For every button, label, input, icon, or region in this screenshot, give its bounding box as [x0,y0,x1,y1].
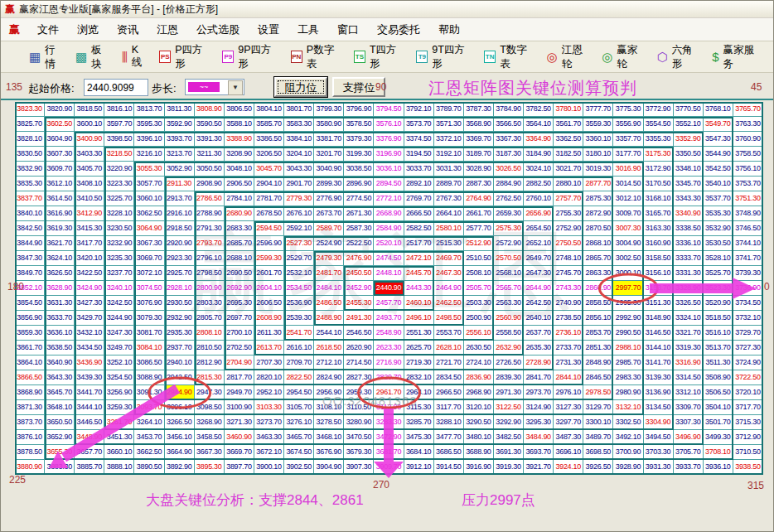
grid-cell: 3400.90 [75,132,104,147]
grid-cell: 3096.10 [165,400,195,415]
grid-cell: 3002.50 [613,251,643,266]
grid-cell: 2534.50 [284,281,314,296]
grid-cell: 3657.70 [75,445,104,460]
toolbar: ▦行情▩板块⫼K线PSP四方形P99P四方形PNP数字表TST四方形T99T四方… [1,41,773,73]
grid-cell: 2671.30 [344,206,374,221]
toolbar-button-行情[interactable]: ▦行情 [29,43,63,71]
grid-cell: 3230.50 [104,221,134,236]
grid-cell: 2834.50 [434,370,464,385]
toolbar-button-K线[interactable]: ⫼K线 [122,44,147,70]
grid-cell: 3376.90 [374,132,404,147]
menu-item-文件[interactable]: 文件 [28,20,68,40]
step-style-swatch: ~~ [188,82,220,92]
grid-cell: 3427.30 [75,296,104,311]
grid-cell: 2882.50 [524,177,554,191]
menu-item-窗口[interactable]: 窗口 [328,20,368,40]
menu-item-交易委托[interactable]: 交易委托 [368,20,429,40]
grid-cell: 3549.70 [704,117,733,132]
grid-cell: 2457.70 [374,296,404,311]
grid-cell: 3504.10 [704,400,733,415]
grid-cell: 3247.30 [104,326,134,341]
grid-cell: 3451.30 [104,430,134,445]
grid-cell: 2913.70 [165,191,195,206]
grid-cell: 2937.70 [165,341,195,355]
grid-cell: 2805.70 [195,311,225,326]
grid-cell: 3338.50 [674,221,704,236]
grid-cell: 3871.30 [15,400,45,415]
menu-item-帮助[interactable]: 帮助 [429,20,469,40]
grid-cell: 2503.30 [464,296,494,311]
grid-cell: 3748.90 [733,206,763,221]
grid-cell: 3537.70 [704,191,733,206]
grid-cell: 2500.90 [464,311,494,326]
grid-cell: 3547.30 [704,132,733,147]
menu-item-江恩[interactable]: 江恩 [148,20,187,40]
gann-square-window: { "window": { "title": "赢家江恩专业版[赢家服务平台] … [0,0,774,532]
grid-cell: 3907.30 [344,460,374,475]
grid-cell: 3583.30 [284,117,314,132]
grid-cell: 3674.50 [284,445,314,460]
grid-cell: 2755.30 [554,206,583,221]
grid-cell: 3165.70 [644,206,674,221]
grid-cell: 3345.70 [674,177,704,191]
grid-cell: 2539.30 [284,311,314,326]
grid-cell: 3888.10 [104,460,134,475]
grid-cell: 2824.90 [314,370,344,385]
grid-cell: 3916.90 [464,460,494,475]
grid-cell: 3804.10 [254,102,284,117]
grid-cell: 3859.30 [15,326,45,341]
toolbar-button-江恩轮[interactable]: ◎江恩轮 [547,43,590,71]
grid-cell: 2733.70 [554,341,583,355]
grid-cell: 3564.10 [524,117,554,132]
resistance-button[interactable]: 阻力位 [274,77,327,97]
grid-cell: 3640.90 [45,355,75,370]
grid-cell: 2750.50 [554,236,583,251]
grid-cell: 2695.30 [225,296,254,311]
toolbar-button-T数字表[interactable]: TNT数字表 [484,43,534,71]
grid-cell: 3712.90 [733,430,763,445]
toolbar-button-P数字表[interactable]: PNP数字表 [291,43,341,71]
toolbar-button-六角形[interactable]: ⬡六角形 [657,43,700,71]
grid-cell: 3532.90 [704,221,733,236]
angle-label-45: 45 [751,81,762,93]
grid-cell: 3696.10 [554,445,583,460]
grid-cell: 2714.50 [344,355,374,370]
grid-cell: 2683.30 [225,221,254,236]
grid-cell: 3530.50 [704,236,733,251]
start-price-input[interactable] [84,79,148,96]
grid-cell: 3170.50 [644,177,674,191]
grid-cell: 3890.50 [134,460,164,475]
grid-cell: 3328.90 [674,281,704,296]
grid-cell: 3753.70 [733,177,763,191]
grid-cell: 3816.10 [104,102,134,117]
menu-item-设置[interactable]: 设置 [249,20,288,40]
toolbar-button-赢家服务[interactable]: $赢家服务 [712,43,761,71]
grid-cell: 2620.90 [344,341,374,355]
toolbar-button-T四方形[interactable]: TST四方形 [354,43,404,71]
toolbar-button-P四方形[interactable]: PSP四方形 [159,43,210,71]
grid-cell: 3432.10 [75,326,104,341]
grid-cell: 3789.70 [434,102,464,117]
toolbar-button-9T四方形[interactable]: T99T四方形 [416,43,472,71]
menu-item-公式选股[interactable]: 公式选股 [187,20,249,40]
grid-cell: 3031.30 [434,162,464,177]
toolbar-button-赢家轮[interactable]: ◎赢家轮 [602,43,645,71]
grid-cell: 3626.50 [45,266,75,281]
grid-cell: 3304.90 [644,415,674,430]
menu-item-工具[interactable]: 工具 [288,20,328,40]
step-dropdown[interactable]: ~~ ▼ [185,79,244,95]
grid-cell: 3525.70 [704,266,733,281]
menu-item-资讯[interactable]: 资讯 [108,20,148,40]
grid-cell: 3225.70 [104,191,134,206]
grid-cell: 2608.90 [254,311,284,326]
toolbar-label: 六角形 [672,43,699,71]
grid-cell: 3206.50 [254,147,284,162]
chevron-down-icon[interactable]: ▼ [228,80,243,95]
grid-cell: 3393.70 [165,132,195,147]
menu-item-浏览[interactable]: 浏览 [68,20,108,40]
toolbar-button-板块[interactable]: ▩板块 [75,43,109,71]
grid-cell: 3480.10 [464,430,494,445]
grid-cell: 3686.50 [434,445,464,460]
toolbar-button-9P四方形[interactable]: P99P四方形 [222,43,278,71]
grid-cell: 2508.10 [464,266,494,281]
